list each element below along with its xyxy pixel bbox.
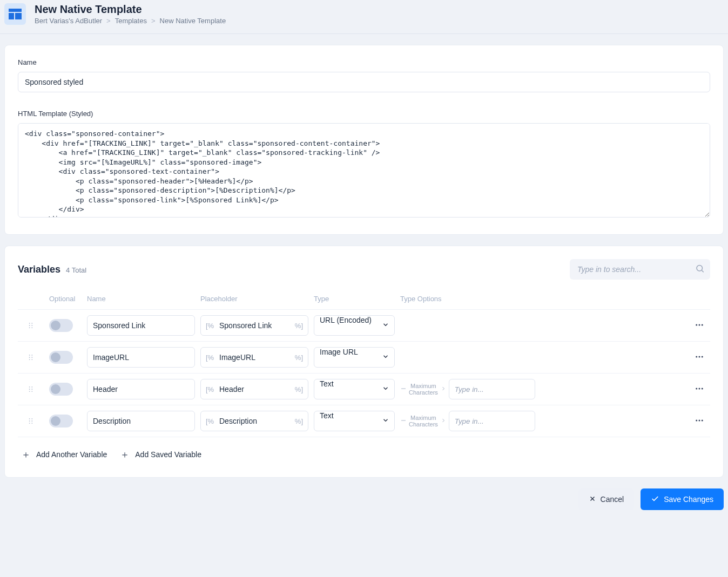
optional-toggle[interactable] bbox=[49, 319, 73, 332]
variable-row: [%%]Image URL bbox=[18, 342, 710, 374]
variable-type-select[interactable]: Text bbox=[314, 379, 395, 399]
placeholder-suffix: %] bbox=[295, 385, 303, 393]
col-optional: Optional bbox=[49, 295, 82, 303]
close-icon bbox=[589, 495, 596, 504]
svg-point-42 bbox=[702, 419, 703, 421]
svg-point-17 bbox=[31, 355, 32, 356]
breadcrumb-item[interactable]: Bert Varias's AdButler bbox=[35, 17, 102, 25]
optional-toggle[interactable] bbox=[49, 383, 73, 396]
cancel-button[interactable]: Cancel bbox=[578, 488, 635, 510]
name-input[interactable] bbox=[18, 72, 710, 92]
row-actions-menu[interactable] bbox=[689, 352, 710, 363]
svg-point-24 bbox=[29, 389, 30, 390]
svg-point-36 bbox=[31, 418, 32, 419]
svg-point-21 bbox=[699, 356, 700, 357]
save-button[interactable]: Save Changes bbox=[641, 488, 724, 510]
variable-name-input[interactable] bbox=[87, 379, 195, 399]
col-type-options: Type Options bbox=[400, 295, 546, 303]
variables-card: Variables 4 Total Optional Name Placehol… bbox=[4, 246, 724, 478]
placeholder-prefix: [% bbox=[206, 354, 214, 362]
row-actions-menu[interactable] bbox=[689, 416, 710, 427]
svg-point-5 bbox=[29, 323, 30, 324]
variable-row: [%%]TextMaximumCharacters bbox=[18, 405, 710, 437]
svg-point-40 bbox=[696, 419, 697, 421]
svg-point-3 bbox=[697, 266, 703, 271]
variables-table-header: Optional Name Placeholder Type Type Opti… bbox=[18, 289, 710, 310]
variable-type-select[interactable]: URL (Encoded) bbox=[314, 315, 395, 336]
breadcrumb-item[interactable]: Templates bbox=[115, 17, 147, 25]
chevron-right-icon bbox=[440, 385, 447, 393]
breadcrumb: Bert Varias's AdButler > Templates > New… bbox=[35, 17, 226, 25]
col-placeholder: Placeholder bbox=[200, 295, 308, 303]
max-characters-label: MaximumCharacters bbox=[409, 383, 438, 396]
chevron-right-icon bbox=[440, 417, 447, 425]
add-another-label: Add Another Variable bbox=[36, 450, 107, 459]
max-characters-input[interactable] bbox=[449, 411, 535, 431]
page-title: New Native Template bbox=[35, 3, 226, 16]
max-characters-option: MaximumCharacters bbox=[400, 379, 546, 399]
variable-placeholder-input[interactable] bbox=[200, 315, 308, 336]
row-actions-menu[interactable] bbox=[689, 320, 710, 331]
variable-row: [%%]TextMaximumCharacters bbox=[18, 374, 710, 405]
svg-point-15 bbox=[29, 357, 30, 358]
svg-point-7 bbox=[29, 327, 30, 328]
drag-handle-icon[interactable] bbox=[18, 385, 44, 393]
svg-rect-1 bbox=[9, 13, 14, 19]
template-icon bbox=[4, 3, 26, 25]
plus-icon: ＋ bbox=[21, 448, 31, 461]
placeholder-suffix: %] bbox=[295, 354, 303, 362]
add-another-variable-button[interactable]: ＋ Add Another Variable bbox=[21, 448, 107, 461]
optional-toggle[interactable] bbox=[49, 351, 73, 364]
variable-name-input[interactable] bbox=[87, 411, 195, 431]
svg-point-8 bbox=[31, 323, 32, 324]
template-form-card: Name HTML Template (Styled) bbox=[4, 45, 724, 235]
svg-point-30 bbox=[696, 388, 697, 389]
svg-point-41 bbox=[699, 419, 700, 421]
svg-point-20 bbox=[696, 356, 697, 357]
add-saved-variable-button[interactable]: ＋ Add Saved Variable bbox=[120, 448, 201, 461]
svg-rect-2 bbox=[15, 13, 22, 19]
minus-icon bbox=[400, 385, 407, 393]
search-input[interactable] bbox=[570, 259, 710, 280]
svg-point-28 bbox=[31, 391, 32, 392]
breadcrumb-item: New Native Template bbox=[160, 17, 226, 25]
placeholder-prefix: [% bbox=[206, 385, 214, 393]
svg-point-11 bbox=[696, 324, 697, 325]
svg-point-18 bbox=[31, 357, 32, 358]
variable-name-input[interactable] bbox=[87, 347, 195, 368]
html-template-label: HTML Template (Styled) bbox=[18, 110, 710, 118]
svg-point-32 bbox=[702, 388, 703, 389]
col-type: Type bbox=[314, 295, 395, 303]
svg-point-14 bbox=[29, 355, 30, 356]
svg-point-10 bbox=[31, 327, 32, 328]
max-characters-option: MaximumCharacters bbox=[400, 411, 546, 431]
check-icon bbox=[651, 494, 659, 505]
svg-point-37 bbox=[31, 420, 32, 422]
svg-point-27 bbox=[31, 389, 32, 390]
row-actions-menu[interactable] bbox=[689, 384, 710, 395]
variables-title: Variables bbox=[18, 264, 60, 275]
chevron-right-icon: > bbox=[106, 17, 111, 25]
svg-point-6 bbox=[29, 325, 30, 326]
svg-point-16 bbox=[29, 359, 30, 360]
placeholder-prefix: [% bbox=[206, 417, 214, 425]
variable-name-input[interactable] bbox=[87, 315, 195, 336]
drag-handle-icon[interactable] bbox=[18, 417, 44, 425]
variable-placeholder-input[interactable] bbox=[200, 411, 308, 431]
html-template-textarea[interactable] bbox=[18, 123, 710, 218]
svg-point-19 bbox=[31, 359, 32, 360]
optional-toggle[interactable] bbox=[49, 415, 73, 427]
variables-count: 4 Total bbox=[66, 266, 86, 274]
svg-point-9 bbox=[31, 325, 32, 326]
page-footer: Cancel Save Changes bbox=[0, 478, 728, 512]
svg-point-31 bbox=[699, 388, 700, 389]
max-characters-input[interactable] bbox=[449, 379, 535, 399]
variable-placeholder-input[interactable] bbox=[200, 347, 308, 368]
cancel-label: Cancel bbox=[601, 495, 624, 504]
variable-placeholder-input[interactable] bbox=[200, 379, 308, 399]
drag-handle-icon[interactable] bbox=[18, 322, 44, 329]
variable-type-select[interactable]: Image URL bbox=[314, 347, 395, 368]
svg-point-23 bbox=[29, 386, 30, 388]
drag-handle-icon[interactable] bbox=[18, 354, 44, 361]
variable-type-select[interactable]: Text bbox=[314, 411, 395, 431]
